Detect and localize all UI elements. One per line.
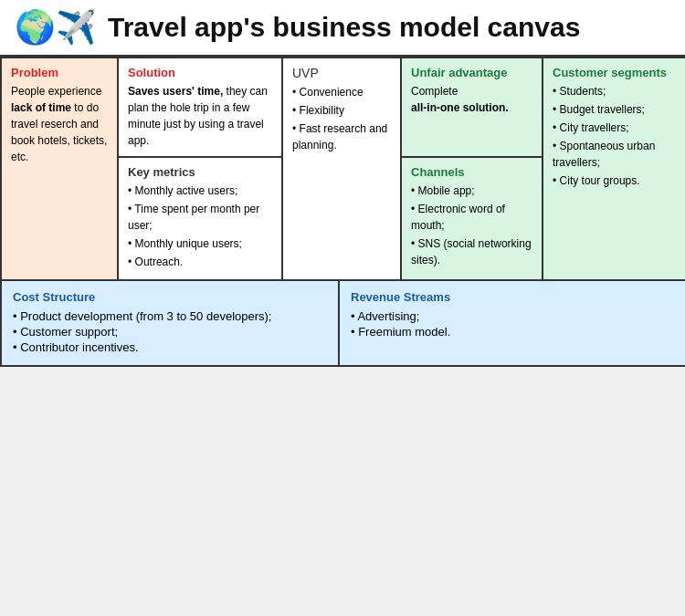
list-item: Outreach.: [128, 254, 272, 270]
channels-title: Channels: [411, 165, 532, 179]
globe-icon: 🌍✈️: [15, 11, 97, 44]
revenue-list: Advertising; Freemium model.: [351, 309, 674, 339]
uvp-body: Convenience Flexibility Fast research an…: [292, 84, 391, 153]
list-item: Time spent per month per user;: [128, 201, 272, 234]
list-item: SNS (social networking sites).: [411, 235, 532, 268]
list-item: City tour groups.: [553, 172, 676, 189]
problem-body: People experience lack of time to do tra…: [11, 83, 108, 165]
cell-unfair: Unfair advantage Complete all-in-one sol…: [402, 58, 543, 158]
page-title: Travel app's business model canvas: [108, 12, 580, 43]
cell-keymetrics: Key metrics Monthly active users; Time s…: [119, 158, 283, 281]
cell-uvp: UVP Convenience Flexibility Fast researc…: [283, 58, 402, 281]
cost-list: Product development (from 3 to 50 develo…: [13, 309, 327, 354]
cell-revenue: Revenue Streams Advertising; Freemium mo…: [340, 281, 685, 365]
list-item: Contributor incentives.: [13, 340, 327, 354]
solution-bold: Saves users' time,: [128, 85, 223, 98]
uvp-title: UVP: [292, 66, 391, 80]
cell-cost: Cost Structure Product development (from…: [2, 281, 340, 365]
canvas-grid: Problem People experience lack of time t…: [0, 57, 685, 281]
list-item: City travellers;: [553, 120, 676, 136]
list-item: Customer support;: [13, 325, 327, 339]
list-item: Budget travellers;: [553, 101, 676, 118]
list-item: Monthly active users;: [128, 183, 272, 199]
list-item: Monthly unique users;: [128, 235, 272, 252]
unfair-bold: all-in-one solution.: [411, 101, 509, 114]
cell-problem: Problem People experience lack of time t…: [2, 58, 119, 281]
list-item: Advertising;: [351, 309, 674, 323]
cell-channels: Channels Mobile app; Electronic word of …: [402, 158, 543, 281]
channels-body: Mobile app; Electronic word of mouth; SN…: [411, 183, 532, 268]
problem-bold: lack of time: [11, 101, 71, 114]
unfair-title: Unfair advantage: [411, 66, 532, 79]
list-item: Freemium model.: [351, 325, 674, 339]
unfair-body: Complete all-in-one solution.: [411, 83, 532, 116]
list-item: Students;: [553, 83, 676, 99]
header: 🌍✈️ Travel app's business model canvas: [0, 0, 685, 57]
channels-list: Mobile app; Electronic word of mouth; SN…: [411, 183, 532, 268]
solution-title: Solution: [128, 66, 272, 79]
list-item: Electronic word of mouth;: [411, 201, 532, 234]
customer-body: Students; Budget travellers; City travel…: [553, 83, 676, 189]
customer-list: Students; Budget travellers; City travel…: [553, 83, 676, 189]
uvp-list: Convenience Flexibility Fast research an…: [292, 84, 391, 153]
revenue-title: Revenue Streams: [351, 290, 674, 304]
keymetrics-body: Monthly active users; Time spent per mon…: [128, 183, 272, 270]
page-wrapper: 🌍✈️ Travel app's business model canvas P…: [0, 0, 685, 367]
problem-title: Problem: [11, 66, 108, 79]
keymetrics-title: Key metrics: [128, 165, 272, 179]
keymetrics-list: Monthly active users; Time spent per mon…: [128, 183, 272, 270]
list-item: Convenience: [292, 84, 391, 100]
cell-solution: Solution Saves users' time, they can pla…: [119, 58, 283, 158]
list-item: Flexibility: [292, 102, 391, 119]
bottom-row: Cost Structure Product development (from…: [0, 281, 685, 367]
list-item: Fast research and planning.: [292, 120, 391, 153]
cost-title: Cost Structure: [13, 290, 327, 304]
customer-title: Customer segments: [553, 66, 676, 79]
solution-body: Saves users' time, they can plan the hol…: [128, 83, 272, 149]
list-item: Spontaneous urban travellers;: [553, 138, 676, 171]
list-item: Product development (from 3 to 50 develo…: [13, 309, 327, 323]
list-item: Mobile app;: [411, 183, 532, 199]
cell-customer: Customer segments Students; Budget trave…: [543, 58, 685, 281]
